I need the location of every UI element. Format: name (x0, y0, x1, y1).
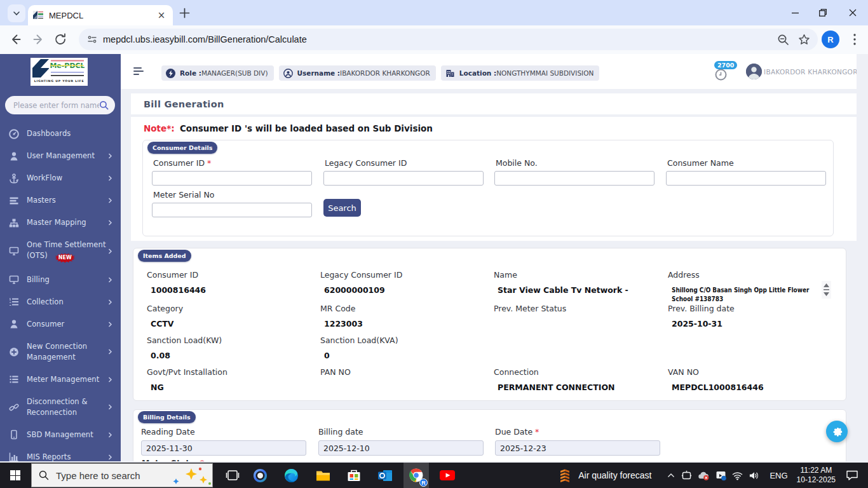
sidebar-item-collection[interactable]: Collection (0, 291, 121, 313)
sidebar-item-dashboards[interactable]: Dashboards (0, 123, 121, 145)
chevron-down-icon (13, 10, 20, 17)
items-added-card: Items Added Consumer ID1000816446Legacy … (133, 248, 846, 401)
spinner-up-icon[interactable] (824, 283, 829, 288)
text-input[interactable] (152, 171, 312, 186)
sidebar-item-master-mapping[interactable]: Master Mapping (0, 212, 121, 234)
sidebar-item-consumer[interactable]: Consumer (0, 313, 121, 336)
item-label: Name (494, 270, 517, 280)
taskbar-copilot-button[interactable] (247, 463, 273, 488)
taskbar-file-explorer-button[interactable] (310, 463, 336, 488)
spinner-down-icon[interactable] (824, 292, 829, 296)
url-bar[interactable]: mepdcl.ubs.ieasybill.com/BillGeneration/… (79, 29, 818, 50)
text-input[interactable] (494, 171, 654, 186)
chevron-right-icon (107, 175, 113, 181)
tab-title: MEPDCL (49, 11, 156, 20)
field-reading-date: Reading Date2025-11-30 (141, 427, 306, 456)
item-mr-code: MR Code1223003 (320, 302, 489, 329)
tab-close-icon[interactable]: × (156, 10, 166, 20)
sidebar-item-workflow[interactable]: WorkFlow (0, 167, 121, 189)
sidebar-item-user-management[interactable]: User Management (0, 145, 121, 167)
display-settings-icon[interactable] (715, 470, 726, 481)
field-meter-serial-no: Meter Serial No (152, 190, 312, 217)
item-prev-billing-date: Prev. Billing date2025-10-31 (668, 302, 836, 329)
taskbar-clock[interactable]: 11:22 AM 10-12-2025 (797, 466, 836, 485)
text-input[interactable] (323, 171, 484, 186)
volume-icon[interactable] (749, 470, 760, 481)
sidebar-item-sbd-management[interactable]: SBD Management (0, 424, 121, 446)
action-center-icon[interactable] (846, 470, 858, 481)
tray-chevron-up-icon[interactable] (667, 470, 675, 481)
tray-snip-icon[interactable] (681, 470, 692, 481)
note-text: Consumer ID 's will be loaded based on S… (180, 123, 433, 133)
taskbar-task-view-button[interactable] (220, 463, 245, 488)
text-input[interactable] (666, 171, 826, 186)
taskbar-youtube-button[interactable] (435, 463, 460, 488)
chevron-right-icon (107, 248, 113, 254)
taskbar-chrome-button[interactable]: R (403, 463, 429, 488)
sidebar-item-label: Consumer (27, 319, 107, 330)
sidebar-item-disconnection-reconnection[interactable]: Disconnection & Reconnection (0, 391, 121, 424)
sidebar-item-billing[interactable]: Billing (0, 269, 121, 291)
language-indicator[interactable]: ENG (770, 471, 787, 480)
store-icon (346, 468, 362, 483)
date-input[interactable]: 2025-11-30 (141, 440, 306, 456)
sidebar-item-meter-management[interactable]: Meter Management (0, 369, 121, 391)
tab-search-button[interactable] (8, 4, 25, 22)
consumer-details-card: Consumer Details Consumer ID*Legacy Cons… (142, 140, 834, 236)
user-avatar[interactable] (746, 64, 762, 79)
date-input[interactable]: 2025-12-10 (318, 440, 484, 456)
menu-toggle-icon[interactable] (133, 67, 144, 76)
forward-button[interactable] (31, 32, 45, 46)
monitor-icon (9, 246, 19, 256)
sidebar-item-label: Disconnection & Reconnection (27, 396, 107, 418)
taskbar-outlook-button[interactable] (372, 463, 398, 488)
note-label: Note*: (144, 123, 175, 133)
taskbar-edge-button[interactable] (278, 463, 304, 488)
edge-icon (283, 468, 299, 484)
site-info-icon[interactable] (86, 34, 98, 45)
browser-profile-avatar[interactable]: R (822, 30, 839, 48)
chevron-right-icon (107, 153, 113, 159)
sidebar-item-label: Masters (27, 195, 107, 206)
sidebar-item-new-connection-management[interactable]: New Connection Management (0, 336, 121, 369)
sidebar-search-input[interactable]: Please enter form name (5, 96, 115, 114)
window-close-button[interactable] (839, 0, 867, 25)
chart-icon (9, 452, 19, 461)
browser-menu-icon[interactable] (850, 32, 859, 46)
window-minimize-button[interactable] (781, 0, 809, 25)
session-timer[interactable]: 2700 (712, 61, 737, 84)
search-icon[interactable] (99, 100, 109, 110)
window-restore-button[interactable] (809, 0, 837, 25)
sidebar-item-label: New Connection Management (27, 341, 107, 363)
sidebar-item-masters[interactable]: Masters (0, 189, 121, 212)
location-label: Location : (459, 69, 496, 77)
item-govt-pvt-installation: Govt/Pvt InstallationNG (147, 365, 315, 393)
chevron-right-icon (107, 454, 113, 460)
text-input[interactable] (152, 203, 312, 217)
chevron-right-icon (107, 432, 113, 438)
sidebar-item-mis-reports[interactable]: MIS Reports (0, 446, 121, 462)
browser-tab[interactable]: MEPDCL × (28, 5, 173, 25)
back-button[interactable] (9, 32, 23, 46)
date-input[interactable]: 2025-12-23 (495, 440, 660, 456)
taskbar-store-button[interactable] (341, 463, 367, 488)
chevron-right-icon (107, 299, 113, 305)
onedrive-error-icon[interactable] (698, 470, 710, 481)
bookmark-star-icon[interactable] (798, 34, 810, 46)
weather-text[interactable]: Air quality forecast (578, 470, 651, 480)
search-button[interactable]: Search (323, 199, 361, 217)
taskbar-search-box[interactable]: Type here to search (31, 463, 213, 487)
item-value: 0.08 (151, 351, 315, 361)
settings-fab[interactable] (826, 421, 848, 442)
sidebar-item-label: Collection (27, 297, 107, 308)
sidebar-item-one-time-settlement-ots[interactable]: One Time Settlement (OTS) NEW (0, 234, 121, 269)
reload-button[interactable] (53, 32, 67, 46)
wifi-icon[interactable] (732, 470, 743, 481)
start-button[interactable] (0, 463, 31, 488)
zoom-out-icon[interactable] (777, 34, 789, 46)
weather-icon[interactable] (557, 468, 573, 483)
address-scroll-spinner[interactable] (822, 281, 831, 299)
new-tab-button[interactable] (179, 8, 190, 18)
sidebar-item-label: MIS Reports (27, 452, 107, 462)
item-van-no: VAN NOMEPDCL1000816446 (668, 365, 836, 393)
